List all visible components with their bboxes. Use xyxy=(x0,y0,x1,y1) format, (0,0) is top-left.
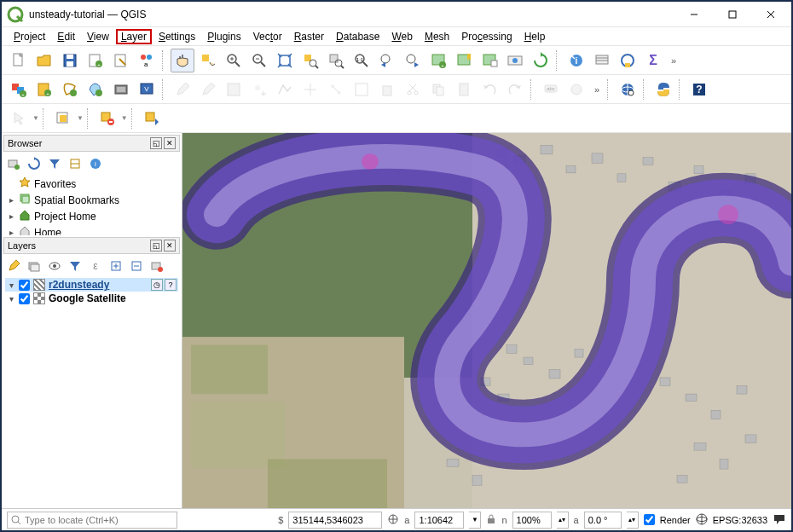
layer-styling-icon[interactable] xyxy=(5,257,22,275)
coordinate-field[interactable]: 315144,5346023 xyxy=(288,512,382,529)
layer-visibility-checkbox[interactable] xyxy=(19,293,30,304)
zoom-to-selection-button[interactable] xyxy=(298,49,322,72)
new-spatial-bookmark-button[interactable] xyxy=(452,49,476,72)
layer-r2dunsteady[interactable]: ▾r2dunsteady◷? xyxy=(5,278,178,292)
identify-button[interactable]: i xyxy=(564,49,588,72)
data-source-manager-button[interactable]: + xyxy=(7,78,31,101)
layers-undock-button[interactable]: ◱ xyxy=(150,240,162,252)
menu-layer[interactable]: Layer xyxy=(116,29,152,44)
render-checkbox[interactable] xyxy=(644,514,655,525)
properties-icon[interactable]: i xyxy=(87,155,104,172)
layer-google-satellite[interactable]: ▾Google Satellite xyxy=(5,292,178,305)
bookmarks-panel-button[interactable] xyxy=(478,49,501,72)
zoom-next-button[interactable] xyxy=(401,49,425,72)
layers-panel-header[interactable]: Layers ◱ ✕ xyxy=(3,237,180,254)
new-map-view-button[interactable]: + xyxy=(426,49,450,72)
filter-icon[interactable] xyxy=(46,155,63,172)
clock-icon[interactable]: ◷ xyxy=(151,279,163,291)
browser-tree[interactable]: Favorites▸Spatial Bookmarks▸Project Home… xyxy=(2,174,182,235)
new-spatialite-button[interactable] xyxy=(84,78,107,101)
temporal-controller-button[interactable] xyxy=(503,49,527,72)
collapse-all-icon[interactable] xyxy=(128,257,145,275)
style-manager-button[interactable]: a xyxy=(135,49,159,72)
zoom-native-button[interactable]: 1:1 xyxy=(350,49,373,72)
menu-database[interactable]: Database xyxy=(331,29,385,44)
coord-toggle-icon[interactable] xyxy=(387,513,399,527)
menu-raster[interactable]: Raster xyxy=(289,29,329,44)
menu-project[interactable]: Project xyxy=(9,29,50,44)
toolbar-overflow[interactable]: » xyxy=(667,49,680,72)
zoom-out-button[interactable] xyxy=(247,49,271,72)
new-virtual-button[interactable]: V xyxy=(135,78,159,101)
expand-all-icon[interactable] xyxy=(107,257,124,275)
menu-edit[interactable]: Edit xyxy=(52,29,80,44)
filter-legend-icon[interactable] xyxy=(67,257,84,275)
browser-item-project-home[interactable]: ▸Project Home xyxy=(5,208,178,224)
manage-visibility-icon[interactable] xyxy=(46,257,63,275)
refresh-icon[interactable] xyxy=(26,155,43,172)
select-by-form-button[interactable] xyxy=(96,107,119,130)
pan-button[interactable] xyxy=(171,49,194,72)
deselect-button[interactable] xyxy=(51,107,75,130)
browser-undock-button[interactable]: ◱ xyxy=(150,137,162,149)
rotation-field[interactable]: 0.0 ° xyxy=(584,512,622,529)
scale-dropdown[interactable]: ▼ xyxy=(469,512,481,529)
layers-tree[interactable]: ▾r2dunsteady◷?▾Google Satellite xyxy=(2,276,182,307)
python-console-button[interactable] xyxy=(651,78,675,101)
crs-icon[interactable] xyxy=(696,513,708,527)
browser-item-spatial-bookmarks[interactable]: ▸Spatial Bookmarks xyxy=(5,192,178,208)
menu-view[interactable]: View xyxy=(82,29,114,44)
layer-visibility-checkbox[interactable] xyxy=(19,280,30,291)
select-by-location-button[interactable] xyxy=(140,107,164,130)
new-geopackage-button[interactable]: + xyxy=(32,78,56,101)
locator-input[interactable]: Type to locate (Ctrl+K) xyxy=(7,512,177,529)
expression-filter-icon[interactable]: ε xyxy=(87,257,104,275)
menu-mesh[interactable]: Mesh xyxy=(420,29,454,44)
menu-settings[interactable]: Settings xyxy=(153,29,200,44)
map-canvas[interactable] xyxy=(182,133,791,508)
new-shapefile-button[interactable] xyxy=(58,78,82,101)
toolbar-overflow[interactable]: » xyxy=(590,78,604,101)
browser-panel-header[interactable]: Browser ◱ ✕ xyxy=(3,135,180,152)
menu-web[interactable]: Web xyxy=(386,29,417,44)
sum-button[interactable]: Σ xyxy=(641,49,665,72)
layout-manager-button[interactable] xyxy=(109,49,133,72)
zoom-to-layer-button[interactable] xyxy=(324,49,348,72)
close-button[interactable] xyxy=(751,3,790,26)
pan-to-selection-button[interactable] xyxy=(196,49,220,72)
browser-close-button[interactable]: ✕ xyxy=(164,137,176,149)
minimize-button[interactable] xyxy=(674,3,713,26)
rotation-spinner[interactable]: ▴▾ xyxy=(627,512,639,529)
maximize-button[interactable] xyxy=(713,3,751,26)
remove-layer-icon[interactable] xyxy=(148,257,165,275)
crs-label[interactable]: EPSG:32633 xyxy=(713,515,767,525)
statistics-button[interactable] xyxy=(616,49,640,72)
new-project-button[interactable] xyxy=(7,49,31,72)
add-group-icon[interactable] xyxy=(26,257,43,275)
browser-item-home[interactable]: ▸Home xyxy=(5,224,178,235)
open-project-button[interactable] xyxy=(32,49,56,72)
new-print-layout-button[interactable]: + xyxy=(84,49,107,72)
save-project-button[interactable] xyxy=(58,49,82,72)
magnifier-field[interactable]: 100% xyxy=(512,512,552,529)
messages-icon[interactable] xyxy=(773,513,786,527)
menu-processing[interactable]: Processing xyxy=(456,29,517,44)
scale-field[interactable]: 1:10642 xyxy=(414,512,464,529)
help-icon[interactable]: ? xyxy=(165,279,177,291)
zoom-in-button[interactable] xyxy=(222,49,246,72)
refresh-button[interactable] xyxy=(529,49,553,72)
layers-close-button[interactable]: ✕ xyxy=(164,240,176,252)
new-memory-button[interactable] xyxy=(109,78,133,101)
menu-vector[interactable]: Vector xyxy=(248,29,287,44)
browser-item-favorites[interactable]: Favorites xyxy=(5,176,178,192)
add-layer-icon[interactable] xyxy=(5,155,22,172)
action-button[interactable] xyxy=(590,49,614,72)
zoom-full-button[interactable] xyxy=(273,49,297,72)
lock-icon[interactable] xyxy=(486,514,496,526)
metasearch-button[interactable] xyxy=(616,78,640,101)
magnifier-spinner[interactable]: ▴▾ xyxy=(557,512,569,529)
zoom-last-button[interactable] xyxy=(375,49,399,72)
menu-help[interactable]: Help xyxy=(519,29,551,44)
collapse-icon[interactable] xyxy=(67,155,84,172)
help-contents-button[interactable]: ? xyxy=(687,78,711,101)
